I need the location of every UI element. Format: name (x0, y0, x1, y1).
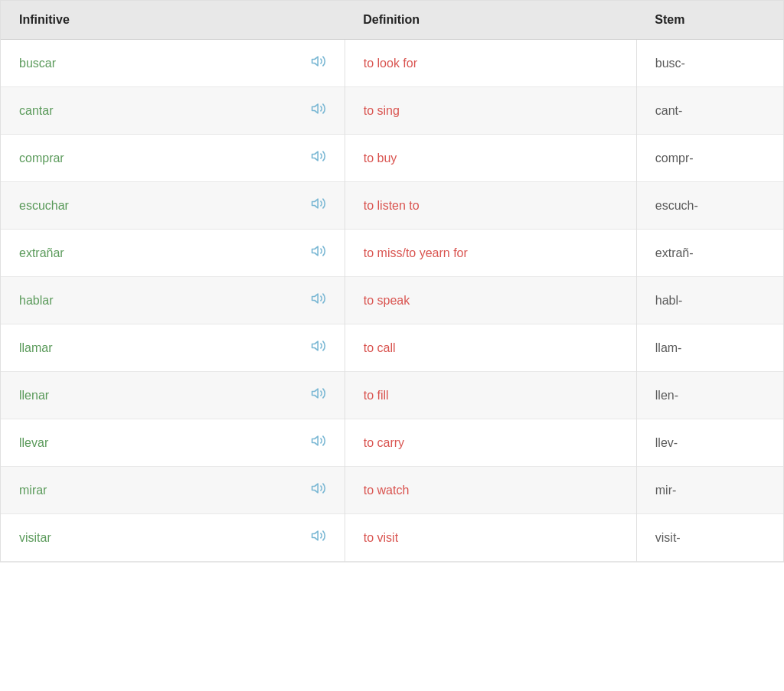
cell-infinitive: cantar (1, 87, 292, 135)
cell-infinitive: comprar (1, 135, 292, 182)
cell-audio[interactable] (292, 324, 345, 372)
cell-audio[interactable] (292, 182, 345, 230)
table-row: buscar to look forbusc- (1, 40, 783, 87)
header-stem: Stem (636, 1, 783, 40)
cell-audio[interactable] (292, 135, 345, 182)
audio-icon[interactable] (311, 436, 326, 451)
cell-definition: to buy (345, 135, 636, 182)
cell-infinitive: visitar (1, 514, 292, 562)
svg-marker-1 (312, 104, 318, 113)
table-row: llenar to fillllen- (1, 372, 783, 419)
table-row: llevar to carryllev- (1, 419, 783, 467)
cell-stem: mir- (636, 467, 783, 514)
svg-marker-2 (312, 152, 318, 161)
cell-infinitive: llenar (1, 372, 292, 419)
audio-icon[interactable] (311, 531, 326, 546)
cell-infinitive: extrañar (1, 230, 292, 277)
cell-definition: to call (345, 324, 636, 372)
audio-icon[interactable] (311, 341, 326, 357)
cell-definition: to listen to (345, 182, 636, 230)
cell-stem: habl- (636, 277, 783, 324)
cell-audio[interactable] (292, 277, 345, 324)
cell-stem: extrañ- (636, 230, 783, 277)
svg-marker-9 (312, 484, 318, 493)
cell-definition: to speak (345, 277, 636, 324)
svg-marker-0 (312, 57, 318, 66)
audio-icon[interactable] (311, 246, 326, 262)
audio-icon[interactable] (311, 389, 326, 404)
cell-infinitive: llevar (1, 419, 292, 467)
svg-marker-3 (312, 199, 318, 208)
svg-marker-5 (312, 294, 318, 303)
cell-audio[interactable] (292, 40, 345, 87)
table-row: comprar to buycompr- (1, 135, 783, 182)
cell-infinitive: llamar (1, 324, 292, 372)
cell-infinitive: mirar (1, 467, 292, 514)
table-row: mirar to watchmir- (1, 467, 783, 514)
cell-audio[interactable] (292, 230, 345, 277)
cell-audio[interactable] (292, 87, 345, 135)
cell-audio[interactable] (292, 372, 345, 419)
table-row: escuchar to listen toescuch- (1, 182, 783, 230)
cell-definition: to sing (345, 87, 636, 135)
cell-definition: to fill (345, 372, 636, 419)
cell-infinitive: escuchar (1, 182, 292, 230)
audio-icon[interactable] (311, 152, 326, 167)
table-header-row: Infinitive Definition Stem (1, 1, 783, 40)
header-definition: Definition (345, 1, 636, 40)
cell-audio[interactable] (292, 467, 345, 514)
cell-stem: escuch- (636, 182, 783, 230)
cell-definition: to miss/to yearn for (345, 230, 636, 277)
audio-icon[interactable] (311, 57, 326, 72)
cell-definition: to carry (345, 419, 636, 467)
audio-icon[interactable] (311, 484, 326, 499)
svg-marker-8 (312, 436, 318, 445)
cell-stem: visit- (636, 514, 783, 562)
svg-marker-10 (312, 531, 318, 540)
cell-definition: to look for (345, 40, 636, 87)
header-infinitive: Infinitive (1, 1, 345, 40)
cell-stem: compr- (636, 135, 783, 182)
cell-stem: llam- (636, 324, 783, 372)
audio-icon[interactable] (311, 294, 326, 309)
cell-stem: busc- (636, 40, 783, 87)
audio-icon[interactable] (311, 199, 326, 214)
svg-marker-4 (312, 246, 318, 256)
cell-definition: to visit (345, 514, 636, 562)
table-row: cantar to singcant- (1, 87, 783, 135)
cell-audio[interactable] (292, 514, 345, 562)
cell-audio[interactable] (292, 419, 345, 467)
table-row: extrañar to miss/to yearn forextrañ- (1, 230, 783, 277)
table-row: hablar to speakhabl- (1, 277, 783, 324)
vocabulary-table: Infinitive Definition Stem buscar to loo… (0, 0, 784, 562)
cell-definition: to watch (345, 467, 636, 514)
cell-stem: llen- (636, 372, 783, 419)
cell-infinitive: hablar (1, 277, 292, 324)
cell-stem: cant- (636, 87, 783, 135)
table-row: llamar to callllam- (1, 324, 783, 372)
audio-icon[interactable] (311, 104, 326, 119)
svg-marker-7 (312, 389, 318, 398)
svg-marker-6 (312, 341, 318, 350)
cell-infinitive: buscar (1, 40, 292, 87)
table-row: visitar to visitvisit- (1, 514, 783, 562)
cell-stem: llev- (636, 419, 783, 467)
